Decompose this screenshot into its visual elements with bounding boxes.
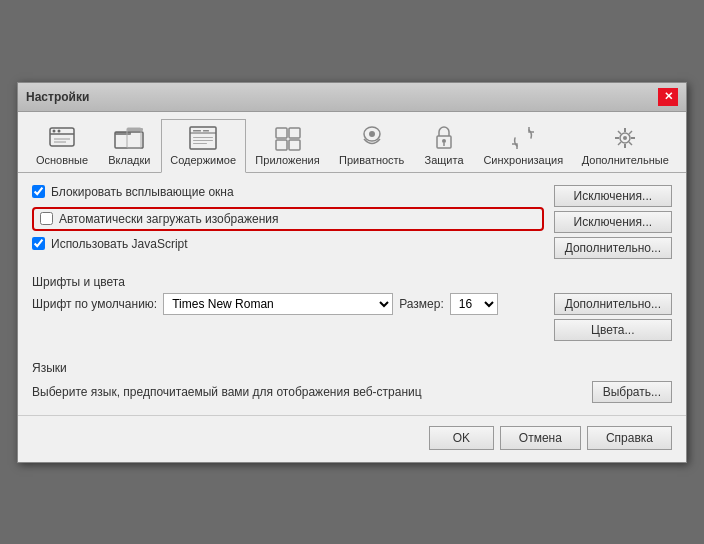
fonts-advanced-button[interactable]: Дополнительно...	[554, 293, 672, 315]
cancel-button[interactable]: Отмена	[500, 426, 581, 450]
tab-basic[interactable]: Основные	[26, 119, 98, 173]
svg-rect-20	[289, 140, 300, 150]
privacy-icon	[356, 124, 388, 152]
svg-rect-12	[193, 130, 201, 132]
use-js-row: Использовать JavaScript	[32, 237, 544, 251]
sync-icon	[507, 124, 539, 152]
tab-content-label: Содержимое	[170, 154, 236, 166]
block-popups-label: Блокировать всплывающие окна	[51, 185, 234, 199]
security-icon	[428, 124, 460, 152]
svg-point-24	[442, 139, 446, 143]
svg-line-34	[629, 131, 632, 134]
title-bar: Настройки ✕	[18, 83, 686, 112]
exclusions-1-button[interactable]: Исключения...	[554, 185, 672, 207]
size-select[interactable]: 8 10 12 14 16 18 20 24	[450, 293, 498, 315]
languages-description: Выберите язык, предпочитаемый вами для о…	[32, 385, 582, 399]
svg-rect-15	[193, 140, 213, 141]
block-popups-checkbox[interactable]	[32, 185, 45, 198]
tab-apps-label: Приложения	[255, 154, 319, 166]
auto-load-images-highlight: Автоматически загружать изображения	[32, 207, 544, 231]
choose-language-button[interactable]: Выбрать...	[592, 381, 672, 403]
tab-apps[interactable]: Приложения	[246, 119, 330, 173]
svg-rect-17	[276, 128, 287, 138]
tabs-icon	[113, 124, 145, 152]
ok-button[interactable]: OK	[429, 426, 494, 450]
tab-sync-label: Синхронизация	[483, 154, 563, 166]
tab-tabs[interactable]: Вкладки	[98, 119, 160, 173]
font-select[interactable]: Times New Roman Arial Verdana Georgia	[163, 293, 393, 315]
fonts-section-title: Шрифты и цвета	[32, 275, 672, 289]
colors-button[interactable]: Цвета...	[554, 319, 672, 341]
tab-tabs-label: Вкладки	[108, 154, 150, 166]
exclusions-2-button[interactable]: Исключения...	[554, 211, 672, 233]
svg-line-35	[618, 142, 621, 145]
fonts-row: Шрифт по умолчанию: Times New Roman Aria…	[32, 293, 544, 315]
languages-title: Языки	[32, 361, 672, 375]
bottom-bar: OK Отмена Справка	[18, 415, 686, 462]
tab-advanced-label: Дополнительные	[582, 154, 669, 166]
help-button[interactable]: Справка	[587, 426, 672, 450]
svg-point-3	[58, 129, 61, 132]
svg-point-2	[53, 129, 56, 132]
fonts-layout: Шрифт по умолчанию: Times New Roman Aria…	[32, 293, 672, 341]
fonts-left: Шрифт по умолчанию: Times New Roman Aria…	[32, 293, 544, 341]
svg-rect-14	[193, 137, 213, 138]
fonts-section: Шрифты и цвета Шрифт по умолчанию: Times…	[32, 265, 672, 341]
languages-section: Языки Выберите язык, предпочитаемый вами…	[32, 361, 672, 403]
svg-line-33	[629, 142, 632, 145]
size-label: Размер:	[399, 297, 444, 311]
use-js-label: Использовать JavaScript	[51, 237, 188, 251]
top-section: Блокировать всплывающие окна Автоматичес…	[32, 185, 672, 259]
checkboxes-section: Блокировать всплывающие окна Автоматичес…	[32, 185, 544, 259]
tab-security[interactable]: Защита	[414, 119, 474, 173]
close-button[interactable]: ✕	[658, 88, 678, 106]
tab-basic-label: Основные	[36, 154, 88, 166]
auto-load-images-label: Автоматически загружать изображения	[59, 212, 278, 226]
settings-window: Настройки ✕ Основные	[17, 82, 687, 463]
svg-point-27	[623, 136, 627, 140]
use-js-checkbox[interactable]	[32, 237, 45, 250]
fonts-right-buttons: Дополнительно... Цвета...	[554, 293, 672, 341]
svg-rect-18	[289, 128, 300, 138]
advanced-1-button[interactable]: Дополнительно...	[554, 237, 672, 259]
apps-icon	[272, 124, 304, 152]
block-popups-row: Блокировать всплывающие окна	[32, 185, 544, 199]
svg-point-22	[369, 131, 375, 137]
svg-rect-13	[203, 130, 209, 132]
tab-sync[interactable]: Синхронизация	[474, 119, 572, 173]
tab-content[interactable]: Содержимое	[161, 119, 246, 173]
auto-load-images-checkbox[interactable]	[40, 212, 53, 225]
basic-icon	[46, 124, 78, 152]
advanced-icon	[609, 124, 641, 152]
content-area: Блокировать всплывающие окна Автоматичес…	[18, 173, 686, 415]
tab-advanced[interactable]: Дополнительные	[572, 119, 678, 173]
languages-row: Выберите язык, предпочитаемый вами для о…	[32, 381, 672, 403]
tab-privacy[interactable]: Приватность	[329, 119, 414, 173]
svg-rect-19	[276, 140, 287, 150]
content-icon	[187, 124, 219, 152]
window-title: Настройки	[26, 90, 89, 104]
right-buttons-top: Исключения... Исключения... Дополнительн…	[554, 185, 672, 259]
tab-privacy-label: Приватность	[339, 154, 404, 166]
tab-security-label: Защита	[425, 154, 464, 166]
tabs-toolbar: Основные Вкладки	[18, 112, 686, 173]
svg-rect-16	[193, 143, 207, 144]
font-label: Шрифт по умолчанию:	[32, 297, 157, 311]
svg-line-32	[618, 131, 621, 134]
